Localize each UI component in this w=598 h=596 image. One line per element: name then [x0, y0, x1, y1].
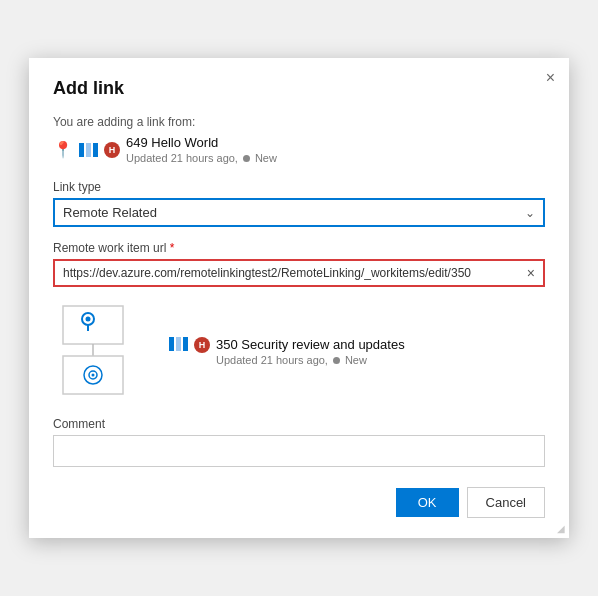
svg-rect-0 [63, 306, 123, 344]
linked-status-dot [333, 357, 340, 364]
adding-from-label: You are adding a link from: [53, 115, 545, 129]
resize-handle: ◢ [557, 523, 565, 534]
pin-icon: 📍 [53, 140, 73, 159]
dialog-title: Add link [53, 78, 545, 99]
dialog-actions: OK Cancel [53, 487, 545, 518]
source-work-item-meta: Updated 21 hours ago, New [126, 152, 277, 164]
link-type-label: Link type [53, 180, 545, 194]
link-type-value: Remote Related [63, 205, 157, 220]
comment-input[interactable] [53, 435, 545, 467]
board-icon [79, 143, 98, 157]
linked-item-details: 350 Security review and updates Updated … [216, 337, 405, 366]
source-work-item-info: 649 Hello World Updated 21 hours ago, Ne… [126, 135, 277, 164]
chevron-down-icon: ⌄ [525, 206, 535, 220]
linked-avatar: H [194, 337, 210, 353]
comment-label: Comment [53, 417, 545, 431]
avatar: H [104, 142, 120, 158]
ok-button[interactable]: OK [396, 488, 459, 517]
linked-item-meta: Updated 21 hours ago, New [216, 354, 405, 366]
link-type-dropdown[interactable]: Remote Related ⌄ [53, 198, 545, 227]
source-work-item-title: 649 Hello World [126, 135, 277, 150]
comment-section: Comment [53, 417, 545, 467]
remote-url-label: Remote work item url * [53, 241, 545, 255]
svg-point-9 [92, 374, 95, 377]
link-diagram: H 350 Security review and updates Update… [53, 301, 545, 401]
linked-item-info: H 350 Security review and updates Update… [169, 301, 405, 366]
link-diagram-svg [53, 301, 153, 401]
remote-url-field: × [53, 259, 545, 287]
linked-item-title: 350 Security review and updates [216, 337, 405, 352]
svg-point-2 [86, 317, 91, 322]
source-status-dot [243, 155, 250, 162]
required-star: * [170, 241, 175, 255]
add-link-dialog: × Add link You are adding a link from: 📍… [29, 58, 569, 538]
source-work-item: 📍 H 649 Hello World Updated 21 hours ago… [53, 135, 545, 164]
clear-url-button[interactable]: × [519, 261, 543, 285]
remote-url-input[interactable] [55, 261, 519, 285]
cancel-button[interactable]: Cancel [467, 487, 545, 518]
close-button[interactable]: × [546, 70, 555, 86]
linked-board-icon [169, 337, 188, 351]
